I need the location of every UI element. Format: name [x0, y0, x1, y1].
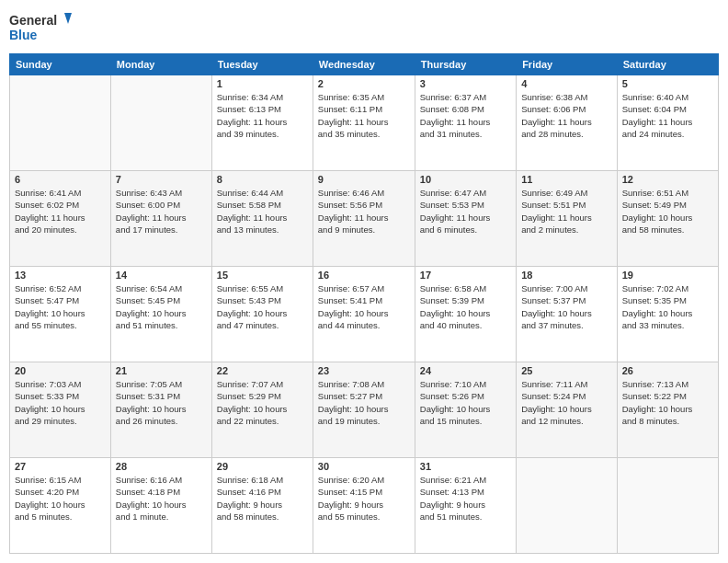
day-number: 15: [217, 270, 308, 281]
day-info: Sunrise: 6:44 AM Sunset: 5:58 PM Dayligh…: [217, 187, 308, 236]
calendar-cell: 15Sunrise: 6:55 AM Sunset: 5:43 PM Dayli…: [211, 267, 313, 362]
weekday-header-tuesday: Tuesday: [211, 54, 313, 75]
weekday-header-wednesday: Wednesday: [313, 54, 415, 75]
day-info: Sunrise: 6:37 AM Sunset: 6:08 PM Dayligh…: [420, 91, 511, 140]
calendar-cell: 8Sunrise: 6:44 AM Sunset: 5:58 PM Daylig…: [211, 171, 313, 267]
weekday-header-row: SundayMondayTuesdayWednesdayThursdayFrid…: [10, 54, 719, 75]
week-row-5: 27Sunrise: 6:15 AM Sunset: 4:20 PM Dayli…: [10, 458, 719, 554]
day-info: Sunrise: 6:54 AM Sunset: 5:45 PM Dayligh…: [116, 282, 207, 331]
day-info: Sunrise: 7:07 AM Sunset: 5:29 PM Dayligh…: [217, 378, 308, 427]
calendar-cell: 21Sunrise: 7:05 AM Sunset: 5:31 PM Dayli…: [110, 362, 211, 458]
day-number: 7: [116, 174, 207, 185]
day-info: Sunrise: 6:58 AM Sunset: 5:39 PM Dayligh…: [420, 282, 511, 331]
calendar-table: SundayMondayTuesdayWednesdayThursdayFrid…: [9, 53, 719, 554]
calendar-cell: 11Sunrise: 6:49 AM Sunset: 5:51 PM Dayli…: [517, 171, 618, 267]
day-info: Sunrise: 6:35 AM Sunset: 6:11 PM Dayligh…: [318, 91, 410, 140]
calendar-cell: 30Sunrise: 6:20 AM Sunset: 4:15 PM Dayli…: [313, 458, 415, 554]
logo: General Blue: [9, 9, 74, 46]
header: General Blue: [9, 9, 719, 46]
day-number: 16: [318, 270, 410, 281]
calendar-cell: 1Sunrise: 6:34 AM Sunset: 6:13 PM Daylig…: [211, 75, 313, 171]
calendar-page: General Blue SundayMondayTuesdayWednesda…: [0, 0, 728, 563]
calendar-cell: 7Sunrise: 6:43 AM Sunset: 6:00 PM Daylig…: [110, 171, 211, 267]
day-number: 17: [420, 270, 511, 281]
day-info: Sunrise: 6:38 AM Sunset: 6:06 PM Dayligh…: [521, 91, 612, 140]
day-number: 5: [622, 78, 713, 89]
calendar-cell: 18Sunrise: 7:00 AM Sunset: 5:37 PM Dayli…: [517, 267, 618, 362]
calendar-cell: [617, 458, 718, 554]
day-info: Sunrise: 6:43 AM Sunset: 6:00 PM Dayligh…: [116, 187, 207, 236]
calendar-cell: 4Sunrise: 6:38 AM Sunset: 6:06 PM Daylig…: [517, 75, 618, 171]
day-info: Sunrise: 6:46 AM Sunset: 5:56 PM Dayligh…: [318, 187, 410, 236]
day-number: 25: [521, 365, 612, 376]
weekday-header-saturday: Saturday: [617, 54, 718, 75]
day-info: Sunrise: 6:15 AM Sunset: 4:20 PM Dayligh…: [15, 474, 106, 523]
day-info: Sunrise: 7:05 AM Sunset: 5:31 PM Dayligh…: [116, 378, 207, 427]
calendar-cell: 25Sunrise: 7:11 AM Sunset: 5:24 PM Dayli…: [517, 362, 618, 458]
day-info: Sunrise: 6:34 AM Sunset: 6:13 PM Dayligh…: [217, 91, 308, 140]
day-number: 2: [318, 78, 410, 89]
calendar-cell: 5Sunrise: 6:40 AM Sunset: 6:04 PM Daylig…: [617, 75, 718, 171]
day-info: Sunrise: 7:02 AM Sunset: 5:35 PM Dayligh…: [622, 282, 713, 331]
day-number: 22: [217, 365, 308, 376]
calendar-cell: 23Sunrise: 7:08 AM Sunset: 5:27 PM Dayli…: [313, 362, 415, 458]
calendar-cell: [110, 75, 211, 171]
day-number: 9: [318, 174, 410, 185]
day-number: 14: [116, 270, 207, 281]
day-number: 1: [217, 78, 308, 89]
calendar-cell: 28Sunrise: 6:16 AM Sunset: 4:18 PM Dayli…: [110, 458, 211, 554]
day-number: 29: [217, 461, 308, 472]
day-info: Sunrise: 7:08 AM Sunset: 5:27 PM Dayligh…: [318, 378, 410, 427]
day-number: 3: [420, 78, 511, 89]
day-info: Sunrise: 7:13 AM Sunset: 5:22 PM Dayligh…: [622, 378, 713, 427]
logo-svg: General Blue: [9, 9, 74, 46]
day-number: 21: [116, 365, 207, 376]
week-row-1: 1Sunrise: 6:34 AM Sunset: 6:13 PM Daylig…: [10, 75, 719, 171]
day-number: 31: [420, 461, 511, 472]
calendar-cell: 26Sunrise: 7:13 AM Sunset: 5:22 PM Dayli…: [617, 362, 718, 458]
day-number: 26: [622, 365, 713, 376]
svg-text:Blue: Blue: [9, 28, 38, 42]
day-number: 12: [622, 174, 713, 185]
calendar-cell: 6Sunrise: 6:41 AM Sunset: 6:02 PM Daylig…: [10, 171, 111, 267]
day-info: Sunrise: 6:57 AM Sunset: 5:41 PM Dayligh…: [318, 282, 410, 331]
calendar-cell: [517, 458, 618, 554]
svg-marker-3: [64, 13, 72, 24]
day-number: 4: [521, 78, 612, 89]
day-number: 28: [116, 461, 207, 472]
day-info: Sunrise: 7:03 AM Sunset: 5:33 PM Dayligh…: [15, 378, 106, 427]
calendar-cell: 22Sunrise: 7:07 AM Sunset: 5:29 PM Dayli…: [211, 362, 313, 458]
day-number: 20: [15, 365, 106, 376]
weekday-header-thursday: Thursday: [415, 54, 516, 75]
calendar-cell: 14Sunrise: 6:54 AM Sunset: 5:45 PM Dayli…: [110, 267, 211, 362]
day-info: Sunrise: 6:40 AM Sunset: 6:04 PM Dayligh…: [622, 91, 713, 140]
day-info: Sunrise: 6:55 AM Sunset: 5:43 PM Dayligh…: [217, 282, 308, 331]
day-info: Sunrise: 6:21 AM Sunset: 4:13 PM Dayligh…: [420, 474, 511, 523]
day-number: 6: [15, 174, 106, 185]
day-info: Sunrise: 7:11 AM Sunset: 5:24 PM Dayligh…: [521, 378, 612, 427]
calendar-cell: 10Sunrise: 6:47 AM Sunset: 5:53 PM Dayli…: [415, 171, 516, 267]
day-number: 13: [15, 270, 106, 281]
day-info: Sunrise: 6:51 AM Sunset: 5:49 PM Dayligh…: [622, 187, 713, 236]
day-number: 23: [318, 365, 410, 376]
day-info: Sunrise: 7:10 AM Sunset: 5:26 PM Dayligh…: [420, 378, 511, 427]
day-number: 11: [521, 174, 612, 185]
calendar-cell: 3Sunrise: 6:37 AM Sunset: 6:08 PM Daylig…: [415, 75, 516, 171]
day-number: 19: [622, 270, 713, 281]
calendar-cell: 24Sunrise: 7:10 AM Sunset: 5:26 PM Dayli…: [415, 362, 516, 458]
day-info: Sunrise: 7:00 AM Sunset: 5:37 PM Dayligh…: [521, 282, 612, 331]
weekday-header-friday: Friday: [517, 54, 618, 75]
calendar-cell: 20Sunrise: 7:03 AM Sunset: 5:33 PM Dayli…: [10, 362, 111, 458]
calendar-cell: 31Sunrise: 6:21 AM Sunset: 4:13 PM Dayli…: [415, 458, 516, 554]
day-info: Sunrise: 6:47 AM Sunset: 5:53 PM Dayligh…: [420, 187, 511, 236]
calendar-cell: [10, 75, 111, 171]
weekday-header-sunday: Sunday: [10, 54, 111, 75]
calendar-cell: 13Sunrise: 6:52 AM Sunset: 5:47 PM Dayli…: [10, 267, 111, 362]
day-info: Sunrise: 6:20 AM Sunset: 4:15 PM Dayligh…: [318, 474, 410, 523]
calendar-cell: 17Sunrise: 6:58 AM Sunset: 5:39 PM Dayli…: [415, 267, 516, 362]
day-info: Sunrise: 6:16 AM Sunset: 4:18 PM Dayligh…: [116, 474, 207, 523]
calendar-cell: 19Sunrise: 7:02 AM Sunset: 5:35 PM Dayli…: [617, 267, 718, 362]
calendar-cell: 2Sunrise: 6:35 AM Sunset: 6:11 PM Daylig…: [313, 75, 415, 171]
calendar-cell: 12Sunrise: 6:51 AM Sunset: 5:49 PM Dayli…: [617, 171, 718, 267]
day-number: 10: [420, 174, 511, 185]
